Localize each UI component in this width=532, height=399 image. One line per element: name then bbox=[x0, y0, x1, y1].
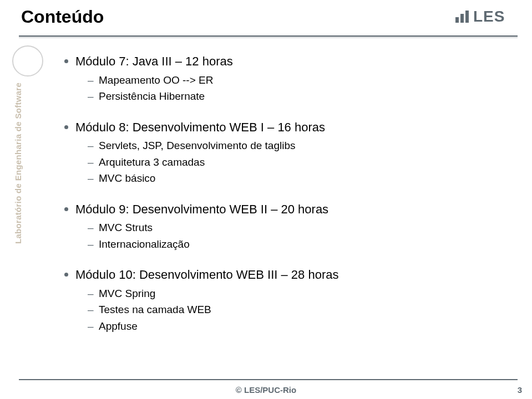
list-item: Arquitetura 3 camadas bbox=[61, 154, 504, 170]
module-title: Módulo 8: Desenvolvimento WEB I – 16 hor… bbox=[61, 119, 504, 136]
list-item: MVC básico bbox=[61, 170, 504, 186]
slide: Conteúdo LES Laboratório de Engenharia d… bbox=[0, 0, 532, 399]
list-item: Servlets, JSP, Desenvolvimento de taglib… bbox=[61, 137, 504, 154]
module-sublist: MVC Spring Testes na camada WEB Appfuse bbox=[61, 285, 504, 334]
page-title: Conteúdo bbox=[21, 7, 104, 27]
list-item: Testes na camada WEB bbox=[61, 301, 504, 318]
module-title: Módulo 7: Java III – 12 horas bbox=[61, 53, 504, 70]
content-area: Módulo 7: Java III – 12 horas Mapeamento… bbox=[61, 53, 504, 349]
list-item: MVC Struts bbox=[61, 219, 504, 236]
list-item: Appfuse bbox=[61, 318, 504, 334]
module-title: Módulo 10: Desenvolvimento WEB III – 28 … bbox=[61, 267, 504, 283]
footer-copyright: © LES/PUC-Rio bbox=[0, 385, 532, 395]
footer-divider bbox=[19, 379, 518, 380]
logo-text: LES bbox=[473, 8, 505, 25]
module-sublist: MVC Struts Internacionalização bbox=[61, 219, 504, 252]
module-sublist: Servlets, JSP, Desenvolvimento de taglib… bbox=[61, 137, 504, 186]
module-title: Módulo 9: Desenvolvimento WEB II – 20 ho… bbox=[61, 201, 504, 218]
module-block: Módulo 7: Java III – 12 horas Mapeamento… bbox=[61, 53, 504, 105]
header-divider bbox=[19, 35, 518, 37]
decorative-circle-icon bbox=[12, 45, 43, 76]
module-block: Módulo 10: Desenvolvimento WEB III – 28 … bbox=[61, 267, 504, 334]
logo-bars-icon bbox=[455, 11, 469, 23]
logo: LES bbox=[455, 8, 516, 32]
list-item: Internacionalização bbox=[61, 236, 504, 252]
module-sublist: Mapeamento OO --> ER Persistência Hibern… bbox=[61, 72, 504, 105]
list-item: Persistência Hibernate bbox=[61, 88, 504, 104]
module-block: Módulo 9: Desenvolvimento WEB II – 20 ho… bbox=[61, 201, 504, 253]
list-item: MVC Spring bbox=[61, 285, 504, 301]
list-item: Mapeamento OO --> ER bbox=[61, 72, 504, 88]
sidebar-label: Laboratório de Engenharia de Software bbox=[13, 83, 23, 244]
page-number: 3 bbox=[518, 385, 522, 395]
module-block: Módulo 8: Desenvolvimento WEB I – 16 hor… bbox=[61, 119, 504, 187]
